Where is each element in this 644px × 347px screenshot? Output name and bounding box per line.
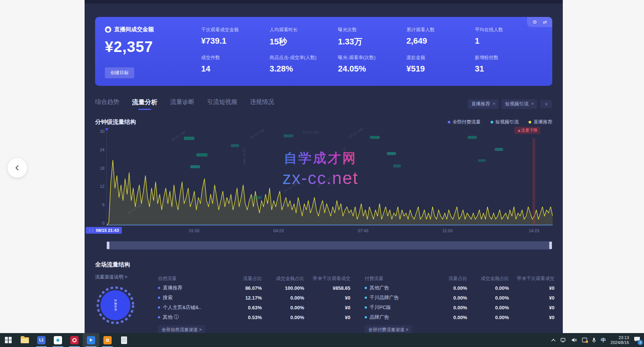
notepad-icon xyxy=(121,336,127,344)
tab-short-video[interactable]: 引流短视频 xyxy=(207,98,237,110)
slider-handle-right[interactable] xyxy=(549,242,552,249)
time-range-slider[interactable] xyxy=(106,241,552,250)
metric-cell: 人均观看时长15秒 xyxy=(270,27,334,51)
gmv-share: 0.00% xyxy=(467,295,509,301)
legend-item-paid[interactable]: 全部付费流量 xyxy=(448,119,481,125)
security-tray-icon[interactable] xyxy=(582,338,587,342)
x-tick: 11:03 xyxy=(442,228,453,233)
col-header: 带来千次观看成交 xyxy=(509,275,555,282)
chart-legend: 全部付费流量 短视频引流 直播推荐 xyxy=(448,119,553,125)
app-notepad-button[interactable] xyxy=(116,333,132,347)
table-row: 千川品牌广告 0.00% 0.00% ¥0 xyxy=(365,293,555,303)
gpm-value: ¥858.65 xyxy=(304,285,350,291)
metric-value: 2,649 xyxy=(406,36,471,46)
app-teal-icon xyxy=(54,336,62,344)
metric-value: 14 xyxy=(201,64,266,74)
traffic-share: 0.00% xyxy=(429,315,467,320)
settings-gear-icon[interactable]: ⚙ xyxy=(532,19,537,25)
channel-name-with-info-icon[interactable]: 其他 ⓘ xyxy=(163,314,179,321)
metric-cell: 曝光-观看率(次数)24.05% xyxy=(338,55,403,79)
table-row: 直播推荐 86.07% 100.00% ¥858.65 xyxy=(158,283,350,293)
ime-indicator[interactable]: 中 xyxy=(601,337,606,344)
gpm-value: ¥0 xyxy=(509,315,555,320)
gmv-share: 0.00% xyxy=(262,315,304,320)
flow-section-title: 全场流量结构 xyxy=(95,261,552,269)
legend-label: 短视频引流 xyxy=(496,119,519,125)
legend-dot xyxy=(491,121,493,123)
app-orange-button[interactable] xyxy=(99,333,116,347)
slider-handle-left[interactable] xyxy=(107,242,109,249)
tab-traffic-diagnosis[interactable]: 流量诊断 xyxy=(170,98,194,110)
window-top-edge xyxy=(85,0,563,3)
remove-tag-icon[interactable]: × xyxy=(492,101,495,107)
metric-cell: 千次观看成交金额¥739.1 xyxy=(201,27,266,51)
metric-cell: 商品点击-成交率(人数)3.28% xyxy=(270,55,334,79)
traffic-share: 12.17% xyxy=(223,295,262,301)
table-row: 其他 ⓘ 0.53% 0.00% ¥0 xyxy=(158,312,350,322)
table-row: 个人主页&店铺&.. 0.63% 0.00% ¥0 xyxy=(158,303,350,312)
channel-info-link[interactable]: 流量渠道说明 > xyxy=(95,274,158,280)
series-dot xyxy=(158,287,160,289)
network-icon[interactable] xyxy=(561,338,567,342)
app-l1-button[interactable]: L1 xyxy=(33,333,50,347)
back-button[interactable] xyxy=(8,158,27,178)
folder-icon xyxy=(21,337,29,343)
tab-violations[interactable]: 违规情况 xyxy=(250,98,274,110)
col-header: 付费流量 xyxy=(365,275,429,282)
legend-item-short-video[interactable]: 短视频引流 xyxy=(491,119,519,125)
gmv-share: 0.00% xyxy=(467,305,509,310)
slider-selection[interactable] xyxy=(109,241,549,250)
notification-count-badge: 3 xyxy=(638,340,643,345)
app-red-o-icon xyxy=(70,336,79,344)
start-button[interactable] xyxy=(0,333,17,347)
x-tick: 01:03 xyxy=(189,228,200,233)
windows-taskbar: L1 xyxy=(0,333,644,347)
speaker-icon[interactable] xyxy=(571,338,577,342)
channel-filters: 直播推荐 × 短视频引流 × ∨ xyxy=(468,99,552,109)
swap-metrics-icon[interactable]: ⇄ xyxy=(543,19,547,25)
paid-traffic-table: 付费流量 流量占比 成交金额占比 带来千次观看成交 其他广告 0.00% 0.0… xyxy=(365,274,555,335)
gmv-share: 0.00% xyxy=(262,305,304,310)
target-icon: ◉ xyxy=(105,26,111,33)
tabs-row: 综合趋势 流量分析 流量诊断 引流短视频 违规情况 直播推荐 × 短视频引流 ×… xyxy=(95,98,552,110)
kpi-card-tools: ⚙ ⇄ xyxy=(527,17,552,27)
metric-value: 1 xyxy=(475,36,539,46)
tray-expand-icon[interactable] xyxy=(551,339,556,342)
donut-center-label: 直播推荐 xyxy=(114,299,117,311)
metric-value: ¥519 xyxy=(406,64,471,74)
tab-traffic-analysis[interactable]: 流量分析 xyxy=(132,98,158,110)
series-dot xyxy=(365,306,367,309)
table-row: 搜索 12.17% 0.00% ¥0 xyxy=(158,293,350,303)
microphone-icon[interactable] xyxy=(592,338,596,343)
traffic-share: 0.00% xyxy=(429,305,467,310)
filter-dropdown[interactable]: ∨ xyxy=(540,100,552,108)
tab-overall-trend[interactable]: 综合趋势 xyxy=(95,98,119,110)
metric-cell: 平均在线人数1 xyxy=(475,27,539,51)
col-header: 成交金额占比 xyxy=(467,275,509,282)
taskbar-clock[interactable]: 23:13 2024/8/16 xyxy=(611,335,629,345)
gmv-share: 100.00% xyxy=(262,285,304,291)
clock-time: 23:13 xyxy=(611,335,629,340)
plot-area[interactable]: 30 24 18 12 6 0 ▲ xyxy=(106,131,552,225)
filter-tag-live-recommend[interactable]: 直播推荐 × xyxy=(468,99,499,109)
x-start-chip[interactable]: ⋮⋮ 08/15 21:43 xyxy=(86,227,122,234)
create-goal-button[interactable]: 创建目标 xyxy=(105,67,134,78)
drag-grip-icon: ⋮⋮ xyxy=(88,228,94,232)
system-tray: 中 23:13 2024/8/16 3 xyxy=(551,335,644,345)
traffic-donut-chart[interactable]: 直播推荐 xyxy=(96,286,135,325)
table-row: 其他广告 0.00% 0.00% ¥0 xyxy=(365,283,555,293)
metric-label: 累计观看人数 xyxy=(406,27,471,33)
app-red-button[interactable] xyxy=(66,333,83,347)
legend-item-live-recommend[interactable]: 直播推荐 xyxy=(529,119,552,125)
metric-cell: 曝光次数1.33万 xyxy=(338,27,403,51)
series-dot xyxy=(158,306,160,309)
remove-tag-icon[interactable]: × xyxy=(531,101,534,107)
channel-name: 个人主页&店铺&.. xyxy=(163,304,202,311)
x-start-label: 08/15 21:43 xyxy=(96,228,119,233)
app-browser-button[interactable] xyxy=(83,333,99,347)
file-explorer-button[interactable] xyxy=(17,333,33,347)
channel-name: 千川PC版 xyxy=(370,304,391,311)
app-teal-button[interactable] xyxy=(50,333,66,347)
notification-center-button[interactable]: 3 xyxy=(634,336,640,344)
filter-tag-short-video[interactable]: 短视频引流 × xyxy=(502,99,537,109)
